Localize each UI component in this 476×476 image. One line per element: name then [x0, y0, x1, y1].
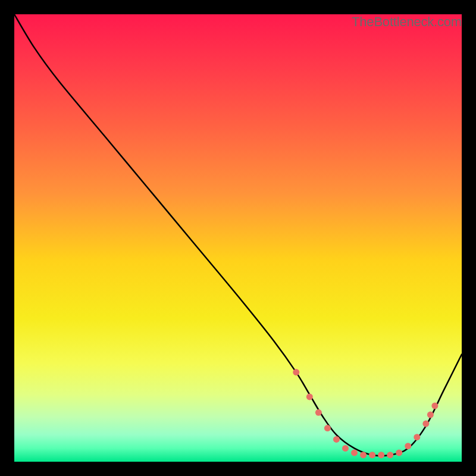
- highlight-point: [422, 421, 429, 427]
- highlight-point: [431, 403, 438, 409]
- highlight-point: [396, 449, 402, 456]
- highlight-point: [360, 452, 367, 458]
- highlight-point: [378, 452, 384, 458]
- highlight-point: [315, 409, 322, 416]
- highlight-point: [293, 369, 299, 375]
- highlight-point: [333, 436, 340, 443]
- highlight-point: [306, 393, 313, 400]
- highlight-point: [387, 452, 393, 458]
- highlight-point: [324, 425, 331, 431]
- chart-background: [14, 14, 462, 462]
- highlight-point: [427, 412, 434, 418]
- highlight-point: [369, 452, 375, 458]
- chart-plot: [14, 14, 462, 462]
- chart-frame: TheBottleneck.com: [14, 14, 462, 462]
- highlight-point: [342, 445, 349, 452]
- highlight-point: [405, 443, 411, 449]
- watermark-label: TheBottleneck.com: [352, 14, 462, 30]
- highlight-point: [414, 434, 420, 440]
- highlight-point: [351, 449, 358, 456]
